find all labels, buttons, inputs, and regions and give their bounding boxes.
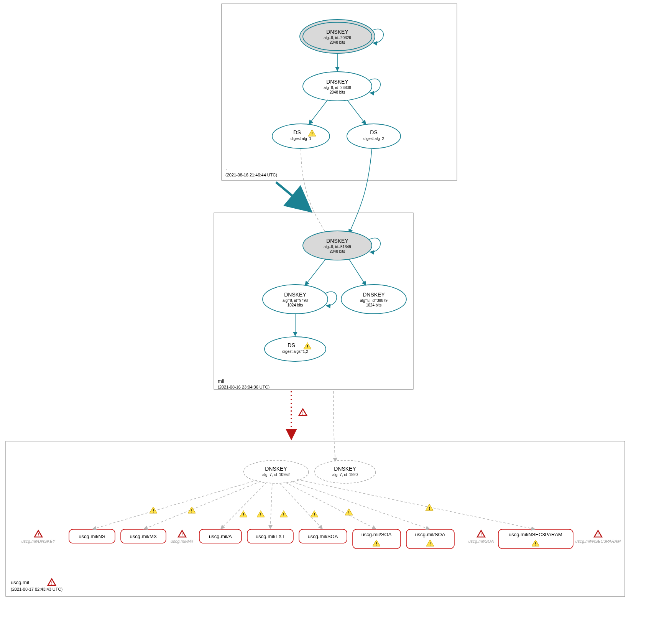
svg-text:DNSKEY: DNSKEY [284, 292, 306, 298]
error-icon [35, 530, 42, 537]
node-mil-ds[interactable]: DS digest algs=1,2 [265, 337, 326, 361]
svg-text:digest alg=2: digest alg=2 [363, 137, 384, 141]
edge [347, 100, 366, 125]
svg-text:DNSKEY: DNSKEY [265, 466, 287, 472]
unsigned-dnskey: uscg.mil/DNSKEY [21, 539, 56, 544]
error-icon [178, 530, 186, 537]
edge [334, 391, 335, 462]
svg-text:DNSKEY: DNSKEY [334, 466, 356, 472]
node-mil-zsk2[interactable]: DNSKEY alg=8, id=39879 1024 bits [341, 285, 406, 314]
node-root-ds1[interactable]: DS digest alg=1 [272, 124, 330, 148]
svg-text:uscg.mil/SOA: uscg.mil/SOA [361, 532, 392, 537]
svg-text:digest algs=1,2: digest algs=1,2 [282, 349, 308, 354]
svg-text:DS: DS [288, 342, 295, 348]
svg-text:alg=8, id=26838: alg=8, id=26838 [324, 86, 351, 90]
svg-text:(2021-08-17 02:43:43 UTC): (2021-08-17 02:43:43 UTC) [11, 587, 62, 591]
error-icon [48, 579, 56, 585]
svg-text:2048 bits: 2048 bits [330, 90, 345, 94]
svg-text:alg=8, id=39879: alg=8, id=39879 [360, 298, 388, 303]
rrset-soa1[interactable]: uscg.mil/SOA [299, 529, 347, 543]
edge [309, 100, 328, 125]
warning-icon [188, 507, 196, 513]
unsigned-mx: uscg.mil/MX [171, 539, 194, 544]
warning-icon [240, 511, 247, 517]
zone-mil-label: mil [218, 378, 224, 384]
svg-text:DNSKEY: DNSKEY [326, 79, 348, 85]
svg-text:DS: DS [293, 129, 301, 135]
svg-text:alg=7, id=10952: alg=7, id=10952 [262, 473, 290, 477]
svg-text:uscg.mil/NSEC3PARAM: uscg.mil/NSEC3PARAM [509, 532, 562, 537]
svg-text:1024 bits: 1024 bits [366, 303, 382, 307]
svg-text:uscg.mil/MX: uscg.mil/MX [130, 534, 157, 539]
svg-rect-35 [6, 441, 625, 596]
edge [349, 259, 366, 286]
warning-icon [150, 507, 157, 513]
unsigned-nsec3p: uscg.mil/NSEC3PARAM [575, 539, 621, 544]
svg-text:DNSKEY: DNSKEY [326, 29, 348, 35]
warning-icon [257, 511, 265, 517]
error-icon [477, 530, 485, 537]
node-root-ds2[interactable]: DS digest alg=2 [347, 124, 401, 148]
error-icon [299, 409, 307, 415]
svg-text:(2021-08-16 23:04:36 UTC): (2021-08-16 23:04:36 UTC) [218, 385, 269, 389]
svg-point-40 [314, 460, 376, 483]
edge [305, 259, 326, 286]
node-mil-ksk[interactable]: DNSKEY alg=8, id=51349 2048 bits [303, 231, 372, 260]
node-mil-zsk1[interactable]: DNSKEY alg=8, id=9498 1024 bits [263, 285, 328, 314]
edge-ds1-to-mil [301, 149, 328, 236]
error-icon [594, 530, 602, 537]
svg-text:uscg.mil/SOA: uscg.mil/SOA [308, 534, 338, 539]
svg-text:2048 bits: 2048 bits [330, 249, 345, 254]
warning-icon [426, 504, 433, 511]
zone-root-timestamp: (2021-08-16 21:46:44 UTC) [225, 173, 277, 177]
rrset-soa2[interactable]: uscg.mil/SOA [353, 529, 401, 549]
node-root-ksk[interactable]: DNSKEY alg=8, id=20326 2048 bits [300, 20, 375, 53]
svg-point-15 [347, 124, 401, 148]
zone-root: . (2021-08-16 21:46:44 UTC) DNSKEY alg=8… [222, 4, 457, 180]
svg-text:alg=8, id=9498: alg=8, id=9498 [283, 298, 308, 303]
svg-point-32 [265, 337, 326, 361]
warning-icon [280, 511, 288, 517]
rrset-nsec3param[interactable]: uscg.mil/NSEC3PARAM [498, 529, 573, 549]
warning-icon [311, 511, 318, 517]
svg-text:alg=8, id=51349: alg=8, id=51349 [324, 245, 351, 249]
svg-text:DS: DS [370, 129, 377, 135]
zone-uscg-label: uscg.mil [11, 580, 29, 585]
svg-text:2048 bits: 2048 bits [330, 40, 345, 44]
svg-point-12 [272, 124, 330, 148]
rrset-ns[interactable]: uscg.mil/NS [69, 529, 115, 543]
svg-text:alg=7, id=1920: alg=7, id=1920 [332, 473, 358, 477]
zone-uscg: uscg.mil (2021-08-17 02:43:43 UTC) DNSKE… [6, 441, 625, 596]
rrset-soa3[interactable]: uscg.mil/SOA [406, 529, 454, 549]
svg-text:digest alg=1: digest alg=1 [291, 137, 312, 141]
svg-text:DNSKEY: DNSKEY [326, 238, 348, 244]
dnssec-graph: ! ! . (2021-08-16 21:46:44 UTC) DNSKEY a… [0, 0, 672, 621]
svg-text:alg=8, id=20326: alg=8, id=20326 [324, 36, 351, 40]
rrset-txt[interactable]: uscg.mil/TXT [247, 529, 293, 543]
node-uscg-key2[interactable]: DNSKEY alg=7, id=1920 [314, 460, 376, 483]
node-root-zsk[interactable]: DNSKEY alg=8, id=26838 2048 bits [303, 72, 372, 101]
zone-mil: mil (2021-08-16 23:04:36 UTC) DNSKEY alg… [214, 213, 413, 389]
svg-text:uscg.mil/A: uscg.mil/A [209, 534, 232, 539]
svg-text:DNSKEY: DNSKEY [363, 292, 385, 298]
rrset-a[interactable]: uscg.mil/A [199, 529, 242, 543]
zone-root-label: . [225, 165, 227, 171]
svg-text:uscg.mil/NS: uscg.mil/NS [79, 534, 105, 539]
edge-ds2-to-mil [349, 149, 372, 234]
svg-text:uscg.mil/SOA: uscg.mil/SOA [415, 532, 445, 537]
svg-text:uscg.mil/TXT: uscg.mil/TXT [256, 534, 285, 539]
unsigned-soa: uscg.mil/SOA [468, 539, 494, 544]
rrset-mx[interactable]: uscg.mil/MX [121, 529, 166, 543]
svg-text:1024 bits: 1024 bits [288, 303, 303, 307]
warning-icon [345, 509, 353, 515]
